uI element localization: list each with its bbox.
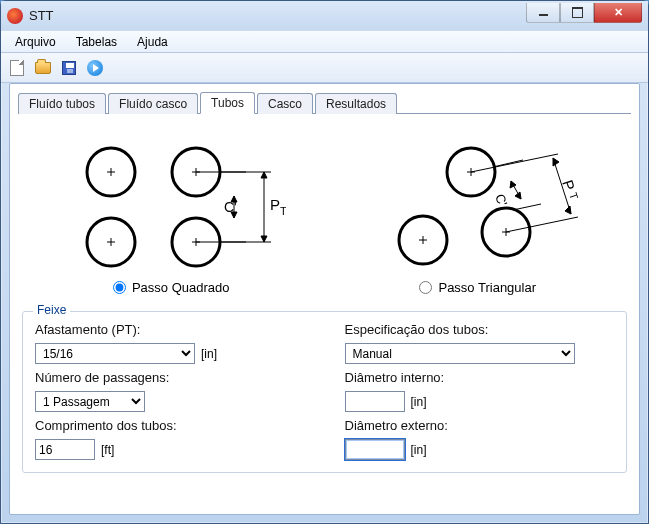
radio-triangular-label: Passo Triangular [438,280,536,295]
tab-casco[interactable]: Casco [257,93,313,114]
radio-passo-quadrado[interactable] [113,281,126,294]
diagram-row: C' P T Passo Quadrado [18,114,631,303]
diam-ext-unit: [in] [411,443,427,457]
tab-tubos[interactable]: Tubos [200,92,255,114]
open-folder-icon [35,62,51,74]
tab-fluido-tubos[interactable]: Fluído tubos [18,93,106,114]
window-buttons [526,3,642,23]
passagens-select[interactable]: 1 Passagem [35,391,145,412]
run-play-icon [87,60,103,76]
svg-marker-37 [515,192,521,199]
radio-passo-triangular[interactable] [419,281,432,294]
svg-marker-36 [510,181,516,188]
radio-quadrado-label: Passo Quadrado [132,280,230,295]
svg-line-32 [506,217,578,232]
titlebar: STT [1,1,648,31]
toolbar [1,53,648,83]
diam-int-input[interactable] [345,391,405,412]
new-file-icon [10,60,24,76]
afastamento-label: Afastamento (PT): [35,322,305,337]
save-button[interactable] [59,58,79,78]
triangular-pitch-svg: C' P T [363,132,593,272]
diagram-quadrado: C' P T Passo Quadrado [38,132,305,295]
client-area: Fluído tubos Fluído casco Tubos Casco Re… [9,83,640,515]
feixe-col-right: Especificação dos tubos: Manual Diâmetro… [345,322,615,460]
c-label-tri: C' [492,192,510,208]
comprimento-unit: [ft] [101,443,114,457]
new-button[interactable] [7,58,27,78]
close-button[interactable] [594,3,642,23]
save-disk-icon [62,61,76,75]
diagram-triangular: C' P T Passo Triangular [345,132,612,295]
svg-marker-40 [565,206,571,214]
svg-line-34 [513,204,541,210]
menu-arquivo[interactable]: Arquivo [7,33,64,51]
comprimento-input[interactable] [35,439,95,460]
espec-select[interactable]: Manual [345,343,575,364]
svg-line-31 [471,154,558,172]
minimize-button[interactable] [526,3,560,23]
groupbox-legend: Feixe [33,303,70,317]
tab-resultados[interactable]: Resultados [315,93,397,114]
diam-int-label: Diâmetro interno: [345,370,615,385]
pt-label: P [270,196,280,213]
menu-tabelas[interactable]: Tabelas [68,33,125,51]
open-button[interactable] [33,58,53,78]
comprimento-label: Comprimento dos tubos: [35,418,305,433]
pt-label-tri: P [559,178,578,193]
maximize-button[interactable] [560,3,594,23]
passagens-label: Número de passagens: [35,370,305,385]
pt-sub-tri: T [567,191,581,201]
pt-sub: T [280,205,286,217]
afastamento-select[interactable]: 15/16 [35,343,195,364]
menu-ajuda[interactable]: Ajuda [129,33,176,51]
c-label: C' [224,199,237,215]
menubar: Arquivo Tabelas Ajuda [1,31,648,53]
svg-marker-21 [261,236,267,242]
groupbox-feixe: Feixe Afastamento (PT): 15/16 [in] Númer… [22,311,627,473]
run-button[interactable] [85,58,105,78]
svg-marker-39 [553,158,559,166]
diam-int-unit: [in] [411,395,427,409]
espec-label: Especificação dos tubos: [345,322,615,337]
window-title: STT [29,8,526,23]
square-pitch-svg: C' P T [56,132,286,272]
feixe-col-left: Afastamento (PT): 15/16 [in] Número de p… [35,322,305,460]
svg-line-33 [493,160,523,167]
app-icon [7,8,23,24]
svg-marker-20 [261,172,267,178]
app-window: STT Arquivo Tabelas Ajuda Fluído tubos F… [0,0,649,524]
diam-ext-input[interactable] [345,439,405,460]
tabstrip: Fluído tubos Fluído casco Tubos Casco Re… [18,90,631,114]
diam-ext-label: Diâmetro externo: [345,418,615,433]
tab-fluido-casco[interactable]: Fluído casco [108,93,198,114]
afastamento-unit: [in] [201,347,217,361]
